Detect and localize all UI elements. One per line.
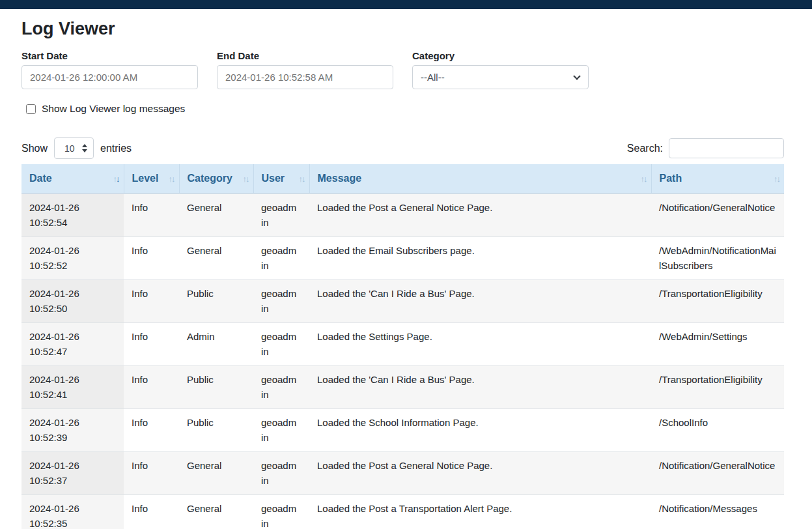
category-filter: Category --All--	[412, 50, 589, 89]
end-date-filter: End Date	[217, 50, 393, 89]
sort-desc-icon: ↓	[171, 174, 175, 184]
sort-desc-icon: ↓	[643, 174, 647, 184]
log-table-body: 2024-01-26 10:52:54 Info General geoadmi…	[21, 193, 784, 529]
start-date-input[interactable]	[21, 65, 198, 89]
table-controls: Show 10 entries Search:	[21, 137, 784, 159]
cell-message: Loaded the 'Can I Ride a Bus' Page.	[309, 280, 651, 323]
cell-path: /TransportationEligibility	[651, 366, 784, 409]
table-row: 2024-01-26 10:52:39 Info Public geoadmin…	[21, 409, 784, 452]
entries-label: entries	[100, 143, 132, 154]
column-header-path[interactable]: Path ↑↓	[651, 164, 784, 193]
table-row: 2024-01-26 10:52:50 Info Public geoadmin…	[21, 280, 784, 323]
cell-level: Info	[124, 280, 179, 323]
cell-category: Public	[179, 409, 253, 452]
sort-desc-icon: ↓	[301, 174, 305, 184]
top-navigation-bar	[0, 0, 812, 9]
cell-path: /Notification/Messages	[651, 495, 784, 529]
cell-level: Info	[124, 237, 179, 280]
cell-message: Loaded the Settings Page.	[309, 323, 651, 366]
entries-select[interactable]: 10	[54, 137, 94, 159]
cell-user: geoadmin	[253, 193, 309, 237]
page-length-control: Show 10 entries	[21, 137, 132, 159]
sort-desc-icon: ↓	[777, 174, 780, 184]
cell-path: /WebAdmin/Settings	[651, 323, 784, 366]
table-row: 2024-01-26 10:52:47 Info Admin geoadmin …	[21, 323, 784, 366]
cell-date: 2024-01-26 10:52:41	[21, 366, 124, 409]
table-row: 2024-01-26 10:52:41 Info Public geoadmin…	[21, 366, 784, 409]
cell-level: Info	[124, 366, 179, 409]
cell-message: Loaded the Post a General Notice Page.	[309, 193, 651, 237]
show-label: Show	[21, 143, 48, 154]
cell-category: Admin	[179, 323, 253, 366]
cell-level: Info	[124, 193, 179, 237]
search-label: Search:	[627, 143, 663, 154]
cell-category: General	[179, 237, 253, 280]
cell-message: Loaded the 'Can I Ride a Bus' Page.	[309, 366, 651, 409]
end-date-input[interactable]	[217, 65, 393, 89]
table-row: 2024-01-26 10:52:35 Info General geoadmi…	[21, 495, 784, 529]
cell-path: /TransportationEligibility	[651, 280, 784, 323]
log-viewer-messages-option: Show Log Viewer log messages	[26, 103, 784, 115]
column-header-category[interactable]: Category ↑↓	[179, 164, 253, 193]
cell-date: 2024-01-26 10:52:37	[21, 452, 124, 495]
cell-date: 2024-01-26 10:52:35	[21, 495, 124, 529]
cell-message: Loaded the Post a Transportation Alert P…	[309, 495, 651, 529]
column-header-date[interactable]: Date ↑↓	[21, 164, 124, 193]
cell-user: geoadmin	[253, 280, 309, 323]
cell-path: /SchoolInfo	[651, 409, 784, 452]
show-log-viewer-messages-label: Show Log Viewer log messages	[42, 103, 185, 115]
cell-user: geoadmin	[253, 409, 309, 452]
page-title: Log Viewer	[21, 19, 784, 39]
table-row: 2024-01-26 10:52:37 Info General geoadmi…	[21, 452, 784, 495]
log-viewer-page: Log Viewer Start Date End Date Category …	[21, 19, 784, 529]
search-control: Search:	[627, 138, 784, 158]
column-header-message[interactable]: Message ↑↓	[309, 164, 651, 193]
filter-bar: Start Date End Date Category --All--	[21, 50, 784, 89]
log-table: Date ↑↓ Level ↑↓ Category ↑↓ User ↑↓ Mes…	[21, 164, 784, 529]
cell-message: Loaded the Email Subscribers page.	[309, 237, 651, 280]
end-date-label: End Date	[217, 50, 393, 61]
cell-user: geoadmin	[253, 495, 309, 529]
category-label: Category	[412, 50, 589, 61]
cell-level: Info	[124, 495, 179, 529]
start-date-filter: Start Date	[21, 50, 198, 89]
cell-category: General	[179, 452, 253, 495]
cell-path: /WebAdmin/NotificationMailSubscribers	[651, 237, 784, 280]
cell-path: /Notification/GeneralNotice	[651, 452, 784, 495]
column-header-level[interactable]: Level ↑↓	[124, 164, 179, 193]
cell-path: /Notification/GeneralNotice	[651, 193, 784, 237]
search-input[interactable]	[669, 138, 784, 158]
cell-user: geoadmin	[253, 323, 309, 366]
cell-user: geoadmin	[253, 366, 309, 409]
entries-select-value: 10	[64, 143, 75, 154]
up-down-arrows-icon	[82, 144, 87, 152]
cell-category: Public	[179, 280, 253, 323]
cell-date: 2024-01-26 10:52:47	[21, 323, 124, 366]
cell-date: 2024-01-26 10:52:52	[21, 237, 124, 280]
cell-date: 2024-01-26 10:52:54	[21, 193, 124, 237]
cell-message: Loaded the School Information Page.	[309, 409, 651, 452]
cell-date: 2024-01-26 10:52:39	[21, 409, 124, 452]
cell-level: Info	[124, 409, 179, 452]
start-date-label: Start Date	[21, 50, 198, 61]
table-row: 2024-01-26 10:52:52 Info General geoadmi…	[21, 237, 784, 280]
cell-date: 2024-01-26 10:52:50	[21, 280, 124, 323]
cell-message: Loaded the Post a General Notice Page.	[309, 452, 651, 495]
category-select[interactable]: --All--	[412, 65, 589, 89]
show-log-viewer-messages-checkbox[interactable]	[26, 104, 36, 114]
cell-user: geoadmin	[253, 237, 309, 280]
cell-level: Info	[124, 452, 179, 495]
column-header-user[interactable]: User ↑↓	[253, 164, 309, 193]
sort-desc-icon: ↓	[245, 174, 249, 184]
cell-level: Info	[124, 323, 179, 366]
table-row: 2024-01-26 10:52:54 Info General geoadmi…	[21, 193, 784, 237]
cell-category: General	[179, 193, 253, 237]
cell-user: geoadmin	[253, 452, 309, 495]
cell-category: General	[179, 495, 253, 529]
cell-category: Public	[179, 366, 253, 409]
log-table-header: Date ↑↓ Level ↑↓ Category ↑↓ User ↑↓ Mes…	[21, 164, 784, 193]
sort-desc-icon: ↓	[116, 174, 119, 184]
